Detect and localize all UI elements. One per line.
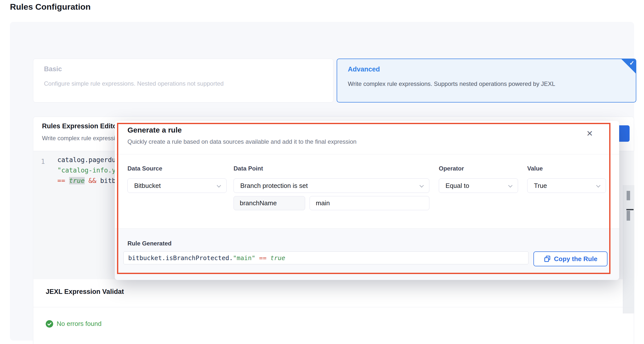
success-check-icon: [46, 320, 53, 328]
scrollbar-marker: [626, 209, 634, 210]
rule-generated-label: Rule Generated: [128, 240, 172, 247]
validation-divider: [33, 307, 634, 307]
no-errors-label: No errors found: [57, 320, 102, 328]
param-value-input[interactable]: [310, 196, 429, 210]
code-content: catalog.pagerduty "catalog-info.yam == t…: [58, 155, 124, 186]
data-source-label: Data Source: [128, 165, 162, 172]
data-point-select[interactable]: Branch protection is set: [234, 178, 429, 193]
rule-code-operator: ==: [256, 254, 270, 262]
rule-code-main: bitbucket.isBranchProtected.: [128, 254, 233, 262]
chevron-down-icon: [217, 183, 221, 188]
copy-icon: [544, 255, 551, 263]
line-number: 1: [41, 158, 45, 165]
chevron-down-icon: [508, 183, 512, 188]
dialog-header-divider: [115, 154, 619, 154]
editor-title: Rules Expression Editor: [42, 122, 120, 130]
validation-status: No errors found: [46, 320, 102, 328]
code-line-2: "catalog-info.yam: [58, 165, 124, 175]
dialog-subtitle: Quickly create a rule based on data sour…: [128, 138, 356, 145]
generate-rule-dialog: Generate a rule Quickly create a rule ba…: [115, 121, 619, 280]
mode-card-advanced[interactable]: Advanced Write complex rule expressions.…: [337, 58, 636, 102]
chevron-down-icon: [420, 183, 424, 188]
value-label: Value: [527, 165, 543, 172]
validation-section-title: JEXL Expression Validat: [46, 288, 124, 296]
code-line-3: == true && bitbuc: [58, 175, 124, 186]
rule-code-string: "main": [233, 254, 255, 262]
data-point-value: Branch protection is set: [240, 182, 308, 190]
operator-select[interactable]: Equal to: [439, 178, 518, 193]
value-select[interactable]: True: [527, 178, 606, 193]
data-source-select[interactable]: Bitbucket: [128, 178, 226, 193]
scrollbar-thumb[interactable]: [626, 211, 630, 221]
advanced-title: Advanced: [348, 65, 380, 73]
chevron-down-icon: [596, 183, 600, 188]
param-key-input[interactable]: [234, 196, 305, 210]
basic-description: Configure simple rule expressions. Neste…: [44, 80, 224, 87]
code-true-highlight: true: [69, 177, 85, 184]
data-source-value: Bitbucket: [134, 182, 161, 190]
basic-title: Basic: [44, 65, 62, 73]
value-value: True: [534, 182, 547, 190]
copy-rule-button[interactable]: Copy the Rule: [534, 251, 608, 266]
code-and-operator: &&: [88, 177, 100, 184]
advanced-description: Write complex rule expressions. Supports…: [348, 80, 555, 87]
copy-rule-label: Copy the Rule: [554, 255, 598, 263]
close-icon[interactable]: ✕: [586, 129, 593, 138]
operator-value: Equal to: [446, 182, 469, 190]
dialog-title: Generate a rule: [128, 126, 182, 134]
operator-label: Operator: [439, 165, 464, 172]
code-line-1: catalog.pagerduty: [58, 155, 124, 165]
scrollbar-thumb[interactable]: [626, 191, 630, 200]
mode-card-basic[interactable]: Basic Configure simple rule expressions.…: [33, 58, 334, 102]
page-title: Rules Configuration: [10, 2, 91, 12]
page: Rules Configuration Basic Configure simp…: [0, 0, 644, 344]
rule-code-bool: true: [270, 254, 285, 262]
generated-rule-code: bitbucket.isBranchProtected."main" == tr…: [124, 251, 528, 264]
editor-scrollbar[interactable]: [623, 185, 634, 314]
check-icon: ✓: [629, 59, 634, 66]
dialog-footer: Rule Generated bitbucket.isBranchProtect…: [115, 228, 619, 280]
data-point-label: Data Point: [234, 165, 263, 172]
code-operator: ==: [58, 177, 69, 184]
